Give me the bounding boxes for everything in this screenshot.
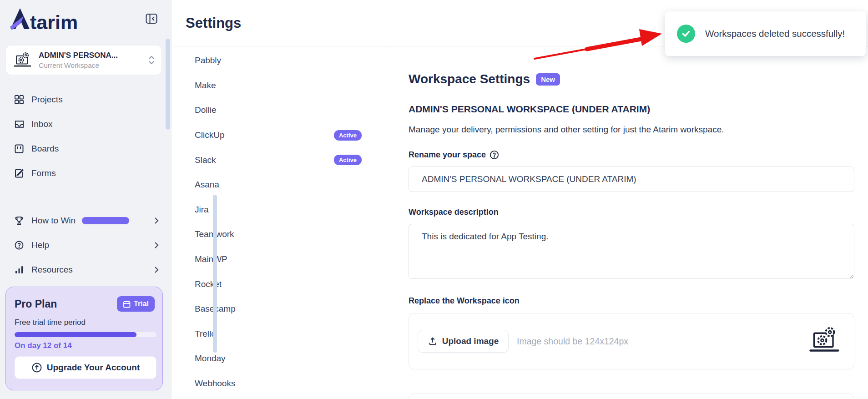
board-icon: [14, 143, 25, 154]
sidebar-nav: Projects Inbox Boards: [0, 87, 172, 186]
sidebar-item-resources[interactable]: Resources: [0, 258, 172, 282]
workspace-settings-description: Manage your delivery, permissions and ot…: [409, 125, 854, 135]
sidebar-item-projects[interactable]: Projects: [0, 87, 172, 112]
workspace-laptop-gear-icon: [808, 325, 841, 357]
integration-item[interactable]: Rocket: [172, 272, 390, 297]
integration-item[interactable]: Pabbly: [172, 48, 390, 73]
sidebar-item-help[interactable]: Help: [0, 233, 172, 258]
sidebar-item-how-to-win[interactable]: How to Win: [0, 208, 172, 233]
integration-item[interactable]: MainWP: [172, 247, 390, 272]
active-badge: Active: [334, 130, 362, 141]
integration-item[interactable]: ClickUp Active: [172, 123, 390, 148]
integration-item[interactable]: Monday: [172, 346, 390, 371]
integration-item[interactable]: Teamwork: [172, 222, 390, 247]
integration-item[interactable]: Jira: [172, 197, 390, 222]
next-settings-card: [409, 394, 854, 399]
chevron-updown-icon: [148, 55, 155, 65]
section-title: Workspace Settings: [409, 72, 530, 86]
plan-subtitle: Free trial time period: [15, 318, 155, 327]
bar-chart-icon: [14, 264, 25, 275]
help-circle-icon: [14, 240, 25, 251]
pro-plan-card: Pro Plan Trial Free trial time period On…: [5, 287, 163, 390]
sidebar-item-forms[interactable]: Forms: [0, 161, 172, 186]
chevron-right-icon: [154, 266, 159, 273]
upgrade-account-button[interactable]: Upgrade Your Account: [15, 356, 156, 379]
upload-image-button[interactable]: Upload image: [418, 330, 509, 353]
sidebar-scrollbar[interactable]: [166, 39, 170, 130]
sidebar-item-boards[interactable]: Boards: [0, 136, 172, 161]
integration-item[interactable]: Basecamp: [172, 297, 390, 322]
atarim-logo: tarim: [10, 7, 86, 30]
plan-title: Pro Plan: [15, 298, 57, 310]
current-workspace-subtitle: Current Workspace: [39, 61, 148, 70]
active-badge: Active: [334, 155, 362, 165]
circle-up-arrow-icon: [31, 362, 42, 373]
sidebar-item-inbox[interactable]: Inbox: [0, 112, 172, 136]
upload-icon: [428, 336, 438, 346]
integration-item[interactable]: Slack Active: [172, 147, 390, 172]
workspace-laptop-gear-icon: [13, 51, 32, 69]
form-pen-icon: [14, 168, 25, 179]
grid-icon: [14, 94, 25, 105]
chevron-right-icon: [154, 217, 159, 224]
how-to-win-progress: [82, 217, 129, 224]
svg-text:tarim: tarim: [30, 11, 78, 30]
trial-badge[interactable]: Trial: [117, 296, 155, 312]
integration-item[interactable]: Webhooks: [172, 371, 390, 396]
integration-item[interactable]: Asana: [172, 172, 390, 197]
settings-menu-column: Pabbly Make Dollie ClickUp Active Slack …: [172, 46, 390, 399]
workspace-settings-panel: Workspace Settings New ADMIN'S PERSONAL …: [390, 46, 868, 399]
help-tooltip-icon[interactable]: [490, 150, 499, 160]
toast-message: Workspaces deleted successfully!: [705, 28, 845, 40]
integrations-list: Pabbly Make Dollie ClickUp Active Slack …: [172, 48, 390, 396]
success-check-icon: [677, 25, 695, 43]
page-title: Settings: [186, 15, 241, 31]
replace-icon-label: Replace the Workspace icon: [409, 296, 854, 306]
trial-days-label: On day 12 of 14: [15, 341, 155, 350]
workspace-selector[interactable]: ADMIN'S PERSONA... Current Workspace: [5, 45, 162, 75]
integration-item[interactable]: Make: [172, 73, 390, 98]
sidebar-secondary-nav: How to Win Help: [0, 208, 172, 282]
workspace-description-label: Workspace description: [409, 207, 854, 217]
settings-menu-scrollbar[interactable]: [213, 195, 217, 353]
calendar-icon: [123, 300, 131, 308]
integration-item[interactable]: Dollie: [172, 98, 390, 123]
icon-upload-card: Upload image Image should be 124x124px: [409, 313, 854, 369]
rename-space-label: Rename your space: [409, 150, 854, 160]
toast-notification[interactable]: Workspaces deleted successfully!: [665, 11, 866, 56]
chevron-right-icon: [154, 242, 159, 249]
sidebar-collapse-icon[interactable]: [144, 11, 159, 26]
workspace-description-textarea[interactable]: [409, 224, 854, 279]
upload-size-hint: Image should be 124x124px: [517, 336, 628, 347]
integration-item[interactable]: Trello: [172, 322, 390, 347]
workspace-name-heading: ADMIN'S PERSONAL WORKSPACE (UNDER ATARIM…: [409, 104, 854, 115]
current-workspace-name: ADMIN'S PERSONA...: [39, 51, 148, 60]
new-badge: New: [536, 73, 560, 86]
workspace-name-input[interactable]: [409, 167, 854, 192]
trial-progress-bar: [15, 332, 156, 337]
inbox-icon: [14, 119, 25, 130]
sidebar: tarim ADMIN'S PERSONA... Current Workspa…: [0, 0, 172, 399]
trophy-icon: [14, 215, 25, 226]
